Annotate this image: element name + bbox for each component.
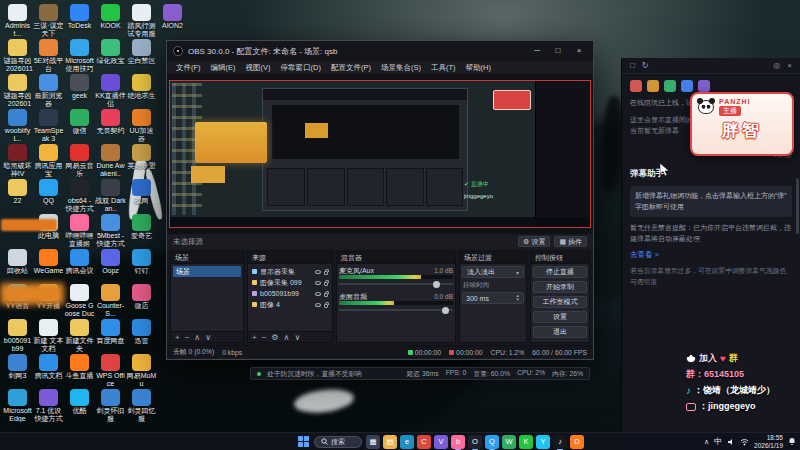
- scene-list-item[interactable]: 场景: [173, 266, 241, 277]
- desktop-icon[interactable]: Microsoft 使用技巧: [64, 39, 95, 74]
- transition-dropdown[interactable]: 淡入淡出 ▾: [462, 266, 524, 278]
- desktop-icon[interactable]: 迅雷: [126, 319, 157, 354]
- desktop-icon[interactable]: 钉钉: [126, 249, 157, 284]
- desktop-icon[interactable]: WPS Office: [95, 354, 126, 389]
- menu-item[interactable]: 文件(F): [171, 63, 206, 73]
- desktop-icon[interactable]: 优酷: [64, 389, 95, 424]
- assistant-tool-icon[interactable]: [698, 80, 710, 92]
- control-button[interactable]: 工作室模式: [533, 296, 587, 308]
- tray-expand-icon[interactable]: ∧: [704, 438, 709, 446]
- wifi-icon[interactable]: [740, 438, 749, 446]
- lock-icon[interactable]: [324, 304, 328, 308]
- source-list-item[interactable]: 显示器采集: [250, 266, 330, 277]
- desktop-icon[interactable]: WeGame: [33, 249, 64, 284]
- desktop-icon[interactable]: 哔哩哔哩直播姬: [64, 214, 95, 249]
- desktop-icon[interactable]: 暗黑破坏神IV: [2, 144, 33, 179]
- taskbar-app-icon[interactable]: O: [468, 435, 482, 449]
- desktop-icon[interactable]: obs64 - 快捷方式: [64, 179, 95, 214]
- plugin-toolbar-button[interactable]: ▦ 插件: [554, 236, 587, 247]
- source-list-item[interactable]: b005091b99: [250, 288, 330, 299]
- assistant-tool-icon[interactable]: [681, 80, 693, 92]
- desktop-icon[interactable]: 微店: [126, 284, 157, 319]
- desktop-icon[interactable]: 网易MuMu: [126, 354, 157, 389]
- desktop-icon[interactable]: [157, 389, 188, 424]
- desktop-icon[interactable]: 22: [2, 179, 33, 214]
- view-more-link[interactable]: 去查看 >: [630, 250, 792, 260]
- desktop-icon[interactable]: 英雄联盟: [126, 144, 157, 179]
- obs-preview-canvas[interactable]: ✔ 直播中 jinggegeyo: [167, 75, 593, 233]
- menu-item[interactable]: 工具(T): [426, 63, 461, 73]
- clock[interactable]: 18:55 2026/1/19: [754, 434, 783, 449]
- sources-footer-icon[interactable]: ∧: [284, 333, 290, 342]
- desktop-icon[interactable]: 斗鱼直播: [64, 354, 95, 389]
- maximize-button[interactable]: □: [550, 42, 566, 60]
- duration-spinbox[interactable]: 300 ms ▲ ▼: [462, 292, 524, 304]
- lock-icon[interactable]: [324, 282, 328, 286]
- scrollbar[interactable]: [796, 178, 799, 234]
- desktop-icon[interactable]: ToDesk: [64, 4, 95, 39]
- menu-item[interactable]: 视图(V): [241, 63, 276, 73]
- desktop-icon[interactable]: UU加速器: [126, 109, 157, 144]
- desktop-icon[interactable]: b005091b99: [2, 319, 33, 354]
- taskbar-app-icon[interactable]: ♪: [553, 435, 567, 449]
- desktop-icon[interactable]: 谜题寻凶_2026011: [2, 39, 33, 74]
- spinbox-arrows[interactable]: ▲ ▼: [516, 294, 520, 302]
- desktop-icon[interactable]: 尘白禁区: [126, 39, 157, 74]
- taskbar-app-icon[interactable]: D: [570, 435, 584, 449]
- close-icon[interactable]: ×: [787, 61, 792, 70]
- desktop-icon[interactable]: 腾讯文档: [33, 354, 64, 389]
- sources-footer-icon[interactable]: −: [262, 333, 267, 342]
- taskbar-app-icon[interactable]: Y: [536, 435, 550, 449]
- volume-slider[interactable]: [339, 279, 453, 288]
- obs-titlebar[interactable]: OBS 30.0.0 - 配置文件: 未命名 - 场景: qsb ─ □ ×: [167, 41, 593, 61]
- popout-icon[interactable]: □: [630, 61, 635, 70]
- desktop-icon[interactable]: 微信: [64, 109, 95, 144]
- display-capture-source[interactable]: ✔ 直播中 jinggegeyo: [169, 80, 591, 228]
- speaker-icon[interactable]: [727, 438, 735, 446]
- minimize-button[interactable]: ─: [529, 42, 545, 60]
- desktop-icon[interactable]: 7.1 优设 快捷方式: [33, 389, 64, 424]
- desktop-icon[interactable]: Microsoft Edge: [2, 389, 33, 424]
- desktop-icon[interactable]: 百度网盘: [95, 319, 126, 354]
- desktop-icon[interactable]: TeamSpeak 3: [33, 109, 64, 144]
- taskbar-app-icon[interactable]: ▤: [383, 435, 397, 449]
- desktop-icon[interactable]: 三谋·谋定天下: [33, 4, 64, 39]
- close-button[interactable]: ×: [571, 42, 587, 60]
- desktop-icon[interactable]: 绿化政宝: [95, 39, 126, 74]
- visibility-eye-icon[interactable]: [315, 303, 321, 307]
- start-button[interactable]: [296, 435, 310, 449]
- settings-toolbar-button[interactable]: ⚙ 设置: [518, 236, 550, 247]
- scenes-footer-icon[interactable]: +: [175, 333, 180, 342]
- desktop-icon[interactable]: Administ...: [2, 4, 33, 39]
- desktop-icon[interactable]: 谜题寻凶_202601: [2, 74, 33, 109]
- taskbar-app-icon[interactable]: C: [417, 435, 431, 449]
- desktop-icon[interactable]: 5Mbest - 快捷方式: [95, 214, 126, 249]
- desktop-icon[interactable]: 踏风行测试专用服务器: [126, 4, 157, 39]
- taskbar-app-icon[interactable]: K: [519, 435, 533, 449]
- taskbar-app-icon[interactable]: V: [434, 435, 448, 449]
- taskbar-app-icon[interactable]: W: [502, 435, 516, 449]
- desktop-icon[interactable]: woobiify L..: [2, 109, 33, 144]
- source-list-item[interactable]: 图像 4: [250, 299, 330, 310]
- desktop-icon[interactable]: 网易云音乐: [64, 144, 95, 179]
- desktop-icon[interactable]: 新建文件夹: [64, 319, 95, 354]
- desktop-icon[interactable]: AION2: [157, 4, 188, 39]
- source-list-item[interactable]: 图像采集 099: [250, 277, 330, 288]
- spin-down-icon[interactable]: ▼: [516, 298, 520, 302]
- desktop-icon[interactable]: 腾讯会议: [64, 249, 95, 284]
- desktop-icon[interactable]: 爱奇艺: [126, 214, 157, 249]
- desktop-icon[interactable]: 剑灵回忆服: [126, 389, 157, 424]
- desktop-icon[interactable]: KOOK: [95, 4, 126, 39]
- assistant-tool-icon[interactable]: [647, 80, 659, 92]
- menu-item[interactable]: 场景集合(S): [376, 63, 426, 73]
- desktop-icon[interactable]: 最新浏览器: [33, 74, 64, 109]
- control-button[interactable]: 停止直播: [533, 266, 587, 278]
- desktop-icon[interactable]: 战网: [126, 179, 157, 214]
- control-button[interactable]: 开始录制: [533, 281, 587, 293]
- taskbar-app-icon[interactable]: ▦: [366, 435, 380, 449]
- desktop-icon[interactable]: QQ: [33, 179, 64, 214]
- scenes-footer-icon[interactable]: −: [185, 333, 190, 342]
- assistant-tool-icon[interactable]: [664, 80, 676, 92]
- lock-icon[interactable]: [324, 271, 328, 275]
- visibility-eye-icon[interactable]: [315, 281, 321, 285]
